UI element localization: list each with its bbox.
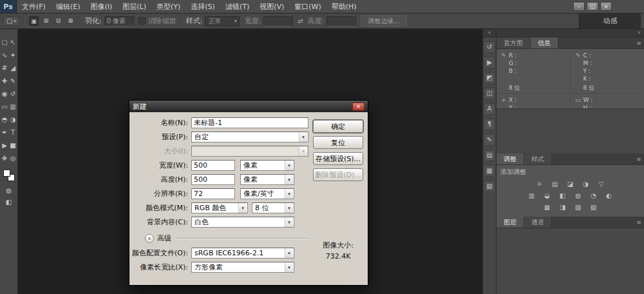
resolution-unit-select[interactable]: 像素/英寸 ▾ <box>240 188 294 199</box>
color-balance-icon[interactable]: ◒ <box>542 191 553 201</box>
reset-button[interactable]: 复位 <box>313 136 363 149</box>
collapse-panels-button[interactable]: » <box>497 29 644 37</box>
preset-select[interactable]: 自定 ▾ <box>191 132 308 142</box>
history-brush-tool[interactable]: ↺ <box>10 90 15 97</box>
crop-tool[interactable]: # <box>2 64 7 72</box>
curves-icon[interactable]: ◪ <box>565 180 576 189</box>
menu-filter[interactable]: 滤镜(T) <box>220 0 254 13</box>
styles-panel-icon[interactable]: ◩ <box>484 72 495 84</box>
width-input[interactable] <box>263 16 293 26</box>
feather-input[interactable] <box>104 16 134 26</box>
pen-tool[interactable]: ✒ <box>2 129 7 136</box>
rectangular-marquee-tool[interactable]: ▢ <box>1 39 7 46</box>
menu-file[interactable]: 文件(F) <box>17 0 51 13</box>
tab-channels[interactable]: 通道 <box>524 217 552 228</box>
move-tool[interactable]: ↖ <box>10 39 15 46</box>
style-select[interactable]: 正常 ▾ <box>205 16 240 26</box>
antialias-checkbox[interactable] <box>138 17 146 24</box>
subtract-selection-icon[interactable]: ⊟ <box>53 16 63 26</box>
pixel-aspect-select[interactable]: 方形像素 ▾ <box>191 262 294 273</box>
height-input[interactable] <box>191 174 235 185</box>
menu-edit[interactable]: 编辑(E) <box>51 0 86 13</box>
brush-presets-panel-icon[interactable]: ▤ <box>484 150 495 161</box>
name-input[interactable] <box>191 117 308 128</box>
bit-depth-select[interactable]: 8 位 ▾ <box>252 202 294 213</box>
restore-button[interactable]: ◱ <box>587 2 598 11</box>
delete-preset-button[interactable]: 删除预设(D)... <box>313 168 363 181</box>
exposure-icon[interactable]: ◑ <box>580 180 591 189</box>
gradient-map-icon[interactable]: ▨ <box>573 203 583 212</box>
menu-image[interactable]: 图像(I) <box>85 0 117 13</box>
tab-histogram[interactable]: 直方图 <box>497 37 531 48</box>
path-selection-tool[interactable]: ▶ <box>2 142 7 149</box>
menu-window[interactable]: 窗口(W) <box>289 0 326 13</box>
foreground-color-swatch[interactable] <box>3 170 10 177</box>
tab-info[interactable]: 信息 <box>531 37 558 48</box>
panel-menu-icon[interactable]: ≡ <box>634 153 644 164</box>
history-panel-icon[interactable]: ↺ <box>484 41 495 53</box>
vibrance-icon[interactable]: ▽ <box>596 180 607 189</box>
tab-styles[interactable]: 样式 <box>524 153 552 164</box>
channel-mixer-icon[interactable]: ◔ <box>588 191 599 201</box>
menu-view[interactable]: 视图(V) <box>254 0 289 13</box>
dialog-close-button[interactable]: × <box>352 103 365 111</box>
paragraph-panel-icon[interactable]: ¶ <box>484 119 495 130</box>
height-input[interactable] <box>327 16 356 26</box>
close-button[interactable]: × <box>600 2 612 11</box>
tab-adjustments[interactable]: 调整 <box>497 153 524 164</box>
type-tool[interactable]: T <box>11 129 15 136</box>
blur-tool[interactable]: ◓ <box>2 116 8 123</box>
healing-brush-tool[interactable]: ✚ <box>2 77 7 84</box>
dodge-tool[interactable]: ◑ <box>10 116 16 123</box>
brush-tool[interactable]: ✎ <box>10 77 15 84</box>
invert-icon[interactable]: ◐ <box>603 191 614 201</box>
expand-panels-button[interactable]: « <box>483 29 496 37</box>
brush-panel-icon[interactable]: ✎ <box>484 134 495 146</box>
menu-type[interactable]: 类型(Y) <box>151 0 185 13</box>
eyedropper-tool[interactable]: ◢ <box>10 64 15 72</box>
levels-icon[interactable]: ▤ <box>549 180 560 189</box>
clone-source-panel-icon[interactable]: ◫ <box>484 88 495 99</box>
gradient-tool[interactable]: ▥ <box>10 103 15 110</box>
black-white-icon[interactable]: ◧ <box>557 191 568 201</box>
width-input[interactable] <box>191 160 235 171</box>
photo-filter-icon[interactable]: ◍ <box>573 191 583 201</box>
zoom-tool[interactable]: ◎ <box>10 155 16 162</box>
posterize-icon[interactable]: ▦ <box>542 203 553 212</box>
tab-layers[interactable]: 图层 <box>497 217 524 228</box>
swap-dimensions-icon[interactable]: ⇄ <box>298 17 303 24</box>
shape-tool[interactable]: ■ <box>10 142 15 149</box>
width-unit-select[interactable]: 像素 ▾ <box>240 160 294 171</box>
background-select[interactable]: 白色 ▾ <box>191 217 294 228</box>
color-mode-select[interactable]: RGB 颜色 ▾ <box>191 202 248 213</box>
advanced-toggle[interactable]: ∧ <box>145 234 154 243</box>
menu-layer[interactable]: 图层(L) <box>117 0 151 13</box>
notes-panel-icon[interactable]: ▧ <box>484 181 495 192</box>
intersect-selection-icon[interactable]: ⊠ <box>66 16 75 26</box>
menu-select[interactable]: 选择(S) <box>185 0 220 13</box>
screen-mode-button[interactable]: ◧ <box>6 199 12 206</box>
panel-menu-icon[interactable]: ≡ <box>634 217 644 228</box>
tool-preset-picker[interactable]: ▢ ▾ <box>3 16 19 26</box>
refine-edge-button[interactable]: 调整边缘... <box>361 15 407 26</box>
height-unit-select[interactable]: 像素 ▾ <box>240 174 294 185</box>
new-selection-icon[interactable]: ▣ <box>29 16 39 26</box>
resolution-input[interactable] <box>191 188 235 199</box>
clone-stamp-tool[interactable]: ◉ <box>2 90 8 97</box>
hand-tool[interactable]: ✥ <box>2 155 7 162</box>
quick-selection-tool[interactable]: ✦ <box>10 52 15 59</box>
add-selection-icon[interactable]: ⊞ <box>41 16 51 26</box>
lasso-tool[interactable]: ∿ <box>2 52 7 59</box>
layer-comps-panel-icon[interactable]: ▦ <box>484 165 495 177</box>
save-preset-button[interactable]: 存储预设(S)... <box>313 152 363 165</box>
ok-button[interactable]: 确定 <box>313 120 363 133</box>
workspace-switcher[interactable]: 动感 <box>579 14 641 28</box>
color-profile-select[interactable]: sRGB IEC61966-2.1 ▾ <box>191 248 294 259</box>
threshold-icon[interactable]: ◨ <box>557 203 568 212</box>
menu-help[interactable]: 帮助(H) <box>327 0 362 13</box>
eraser-tool[interactable]: ▭ <box>1 103 7 110</box>
quick-mask-button[interactable]: ◍ <box>6 187 12 194</box>
minimize-button[interactable]: – <box>573 2 585 11</box>
hue-saturation-icon[interactable]: ▥ <box>526 191 537 201</box>
actions-panel-icon[interactable]: ▶ <box>484 57 495 68</box>
